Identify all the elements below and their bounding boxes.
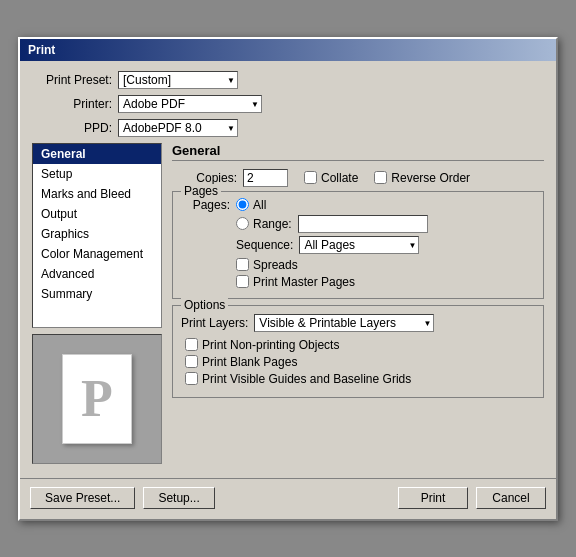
range-label: Range:: [253, 217, 292, 231]
pages-range-row: Range:: [185, 215, 535, 233]
sequence-row: Sequence: All Pages Even Pages Odd Pages: [236, 236, 535, 254]
content-area: General Setup Marks and Bleed Output Gra…: [32, 143, 544, 464]
nav-item-color-management[interactable]: Color Management: [33, 244, 161, 264]
sequence-select[interactable]: All Pages Even Pages Odd Pages: [299, 236, 419, 254]
print-preset-select[interactable]: [Custom]DefaultHigh Quality: [118, 71, 238, 89]
ppd-label: PPD:: [32, 121, 112, 135]
options-group-title: Options: [181, 298, 228, 312]
print-dialog: Print Print Preset: [Custom]DefaultHigh …: [18, 37, 558, 521]
copies-input[interactable]: [243, 169, 288, 187]
preset-label: Print Preset:: [32, 73, 112, 87]
collate-text: Collate: [321, 171, 358, 185]
print-blank-pages-row: Print Blank Pages: [185, 355, 535, 369]
print-layers-label: Print Layers:: [181, 316, 248, 330]
print-layers-select[interactable]: Visible & Printable Layers Visible Layer…: [254, 314, 434, 332]
spreads-label[interactable]: Spreads: [236, 258, 298, 272]
nav-list: General Setup Marks and Bleed Output Gra…: [32, 143, 162, 328]
print-layers-row: Print Layers: Visible & Printable Layers…: [181, 314, 535, 332]
pages-group-title: Pages: [181, 184, 221, 198]
all-radio-label[interactable]: All: [236, 198, 266, 212]
print-non-printing-row: Print Non-printing Objects: [185, 338, 535, 352]
printer-select[interactable]: Adobe PDFMicrosoft Print to PDF: [118, 95, 262, 113]
print-master-pages-checkbox[interactable]: [236, 275, 249, 288]
pages-section: Pages: All Range:: [185, 198, 535, 233]
range-radio-label[interactable]: Range:: [236, 217, 292, 231]
spreads-row: Spreads: [236, 258, 535, 272]
pages-group: Pages Pages: All: [172, 191, 544, 299]
nav-item-output[interactable]: Output: [33, 204, 161, 224]
print-visible-guides-checkbox[interactable]: [185, 372, 198, 385]
print-non-printing-text: Print Non-printing Objects: [202, 338, 339, 352]
print-layers-select-wrapper: Visible & Printable Layers Visible Layer…: [254, 314, 434, 332]
ppd-select[interactable]: AdobePDF 8.0AdobePDF 9.0: [118, 119, 238, 137]
preset-select-wrapper: [Custom]DefaultHigh Quality: [118, 71, 238, 89]
reverse-order-label[interactable]: Reverse Order: [374, 171, 470, 185]
dialog-titlebar: Print: [20, 39, 556, 61]
pages-label: Pages:: [185, 198, 230, 212]
nav-item-setup[interactable]: Setup: [33, 164, 161, 184]
left-panel: General Setup Marks and Bleed Output Gra…: [32, 143, 162, 464]
reverse-order-text: Reverse Order: [391, 171, 470, 185]
preview-page: P: [62, 354, 132, 444]
bottom-buttons: Save Preset... Setup... Print Cancel: [20, 478, 556, 519]
print-non-printing-label[interactable]: Print Non-printing Objects: [185, 338, 339, 352]
all-radio[interactable]: [236, 198, 249, 211]
options-group: Options Print Layers: Visible & Printabl…: [172, 305, 544, 398]
reverse-order-checkbox[interactable]: [374, 171, 387, 184]
print-blank-pages-checkbox[interactable]: [185, 355, 198, 368]
sequence-label: Sequence:: [236, 238, 293, 252]
right-panel: General Copies: Collate Reverse Order: [172, 143, 544, 464]
nav-item-graphics[interactable]: Graphics: [33, 224, 161, 244]
nav-item-advanced[interactable]: Advanced: [33, 264, 161, 284]
dialog-title: Print: [28, 43, 55, 57]
nav-item-summary[interactable]: Summary: [33, 284, 161, 304]
preset-row: Print Preset: [Custom]DefaultHigh Qualit…: [32, 71, 544, 89]
copies-row: Copies: Collate Reverse Order: [172, 169, 544, 187]
print-blank-pages-label[interactable]: Print Blank Pages: [185, 355, 297, 369]
ppd-row: PPD: AdobePDF 8.0AdobePDF 9.0: [32, 119, 544, 137]
pages-all-row: Pages: All: [185, 198, 535, 212]
collate-checkbox[interactable]: [304, 171, 317, 184]
save-preset-button[interactable]: Save Preset...: [30, 487, 135, 509]
print-non-printing-checkbox[interactable]: [185, 338, 198, 351]
nav-item-marks-bleed[interactable]: Marks and Bleed: [33, 184, 161, 204]
printer-label: Printer:: [32, 97, 112, 111]
print-master-pages-label[interactable]: Print Master Pages: [236, 275, 355, 289]
sequence-select-wrapper: All Pages Even Pages Odd Pages: [299, 236, 419, 254]
print-master-pages-row: Print Master Pages: [236, 275, 535, 289]
all-text: All: [253, 198, 266, 212]
print-button[interactable]: Print: [398, 487, 468, 509]
spreads-checkbox[interactable]: [236, 258, 249, 271]
print-blank-pages-text: Print Blank Pages: [202, 355, 297, 369]
ppd-select-wrapper: AdobePDF 8.0AdobePDF 9.0: [118, 119, 238, 137]
printer-row: Printer: Adobe PDFMicrosoft Print to PDF: [32, 95, 544, 113]
preview-letter: P: [81, 369, 113, 428]
printer-select-wrapper: Adobe PDFMicrosoft Print to PDF: [118, 95, 262, 113]
spreads-text: Spreads: [253, 258, 298, 272]
print-visible-guides-text: Print Visible Guides and Baseline Grids: [202, 372, 411, 386]
section-title: General: [172, 143, 544, 161]
range-input[interactable]: [298, 215, 428, 233]
print-master-pages-text: Print Master Pages: [253, 275, 355, 289]
print-visible-guides-label[interactable]: Print Visible Guides and Baseline Grids: [185, 372, 411, 386]
dialog-body: Print Preset: [Custom]DefaultHigh Qualit…: [20, 61, 556, 474]
setup-button[interactable]: Setup...: [143, 487, 214, 509]
preview-box: P: [32, 334, 162, 464]
collate-label[interactable]: Collate: [304, 171, 358, 185]
range-radio[interactable]: [236, 217, 249, 230]
cancel-button[interactable]: Cancel: [476, 487, 546, 509]
nav-item-general[interactable]: General: [33, 144, 161, 164]
copies-label: Copies:: [172, 171, 237, 185]
print-visible-guides-row: Print Visible Guides and Baseline Grids: [185, 372, 535, 386]
